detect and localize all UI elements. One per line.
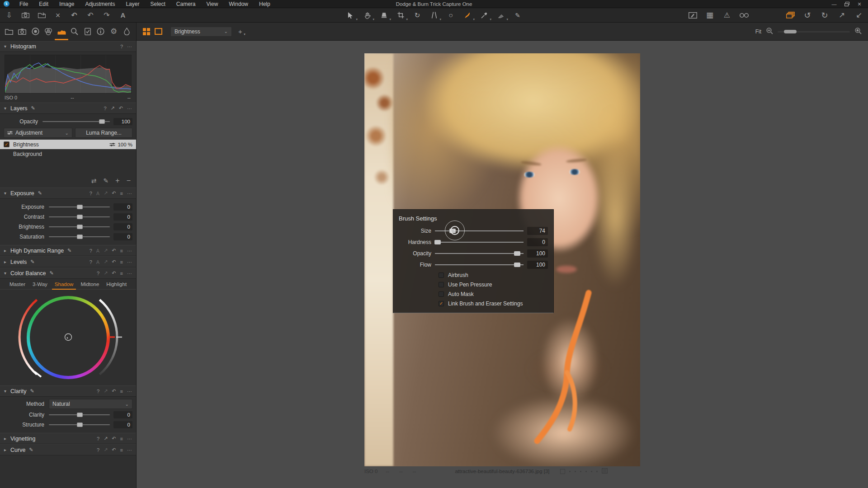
copy-mask-icon[interactable]: ⇄ [91,177,97,184]
slider-thumb[interactable] [77,205,83,209]
brush-icon[interactable]: ✎ [67,248,71,253]
layer-row-brightness[interactable]: ✓ Brightness 100 % [0,140,136,149]
select-tool-icon[interactable]: ▾ [346,10,355,20]
rating-dot[interactable] [575,471,576,472]
import-arrow-icon[interactable]: ↙ [854,10,863,20]
panel-header-layers[interactable]: ▾ Layers ✎ ? ↗ ↶ ··· [0,103,136,114]
tab-shadow[interactable]: Shadow [52,281,76,290]
tab-details-icon[interactable] [69,23,80,40]
slider-thumb[interactable] [514,251,520,256]
pencil-tool-icon[interactable]: ✎ [513,10,522,20]
redo-icon[interactable]: ↷ [102,10,111,20]
expand-icon[interactable]: ↗ [104,447,108,453]
link-brush-eraser-checkbox[interactable]: ✓ [439,301,444,306]
chevron-right-icon[interactable]: ▸ [4,447,10,452]
chevron-right-icon[interactable]: ▸ [4,436,10,441]
zoom-fit-label[interactable]: Fit [755,28,761,35]
export-arrow-icon[interactable]: ↗ [837,10,846,20]
brush-mask-icon[interactable]: ✎ [104,177,109,184]
layer-row-background[interactable]: Background [0,149,136,159]
brush-icon[interactable]: ✎ [38,190,42,196]
luma-range-button[interactable]: Luma Range... [75,128,132,138]
brush-icon[interactable]: ✎ [30,259,34,265]
panel-header-color-balance[interactable]: ▾ Color Balance ✎ ? ↗ ↶ ≡ ··· [0,267,136,279]
rating-dot[interactable] [596,471,598,472]
draw-mask-tool-icon[interactable]: ▾ [463,10,472,20]
brush-icon[interactable]: ✎ [31,105,35,111]
minimize-button[interactable]: — [828,0,840,8]
color-tag-icon[interactable] [560,469,565,474]
layer-enabled-checkbox[interactable]: ✓ [4,141,9,147]
erase-mask-tool-icon[interactable]: ▾ [496,10,505,20]
brush-icon[interactable]: ✎ [30,388,34,394]
expand-icon[interactable]: ↗ [104,190,108,196]
brush-flow-slider[interactable] [435,262,524,268]
loupe-tool-icon[interactable]: ▾ [379,10,388,20]
reset-adjustments-icon[interactable]: ↶ [70,10,79,20]
more-icon[interactable]: ··· [127,271,132,276]
zoom-out-icon[interactable] [766,27,773,36]
slider-thumb[interactable] [77,225,83,229]
tab-library-icon[interactable] [3,23,15,40]
add-layer-icon[interactable]: + [115,177,119,185]
menu-view[interactable]: View [201,0,224,8]
reset-icon[interactable]: ↶ [112,270,116,276]
rating-dot[interactable] [569,471,571,472]
chevron-right-icon[interactable]: ▸ [4,248,10,253]
panel-header-exposure[interactable]: ▾ Exposure ✎ ? A ↗ ↶ ≡ ··· [0,188,136,199]
brush-hardness-slider[interactable] [435,239,524,245]
menu-camera[interactable]: Camera [171,0,201,8]
keystone-tool-icon[interactable]: ▾ [429,10,439,20]
chevron-down-icon[interactable]: ▾ [4,44,10,49]
opacity-slider[interactable] [42,118,110,125]
reset-icon[interactable]: ↶ [119,105,123,111]
remove-layer-icon[interactable]: − [127,177,131,185]
help-icon[interactable]: ? [97,271,99,276]
saturation-slider[interactable] [49,234,110,240]
expand-icon[interactable]: ↗ [104,248,108,253]
panel-header-vignetting[interactable]: ▸ Vignetting ? ↗ ↶ ≡ ··· [0,433,136,444]
chevron-right-icon[interactable]: ▸ [4,259,10,264]
menu-adjustments[interactable]: Adjustments [80,0,120,8]
tab-exposure-icon[interactable] [56,23,67,40]
brush-icon[interactable]: ✎ [50,270,54,276]
help-icon[interactable]: ? [120,44,123,49]
airbrush-checkbox[interactable] [439,272,444,278]
multi-view-icon[interactable] [143,28,150,35]
opacity-slider-thumb[interactable] [99,119,105,124]
rating-dot[interactable] [591,471,592,472]
panel-header-curve[interactable]: ▸ Curve ✎ ? ↗ ↶ ≡ ··· [0,444,136,455]
reset-icon[interactable]: ↶ [112,388,116,394]
help-icon[interactable]: ? [90,191,92,196]
slider-value[interactable]: 100 [527,261,548,269]
preset-menu-icon[interactable]: ≡ [120,389,123,394]
tab-lens-icon[interactable] [29,23,41,40]
chevron-down-icon[interactable]: ▾ [4,191,10,196]
help-icon[interactable]: ? [104,106,106,111]
help-icon[interactable]: ? [97,389,99,394]
tab-midtone[interactable]: Midtone [78,281,102,290]
help-icon[interactable]: ? [90,259,92,265]
rotate-right-icon[interactable]: ↻ [820,10,829,20]
menu-layer[interactable]: Layer [120,0,145,8]
expand-icon[interactable]: ↗ [104,270,108,276]
reset-icon[interactable]: ↶ [112,436,116,441]
slider-value[interactable]: 0 [113,203,132,211]
info-list-icon[interactable] [602,468,608,474]
reset-icon[interactable]: ↶ [112,447,116,453]
rating-dot[interactable] [585,471,587,472]
expand-icon[interactable]: ↗ [104,388,108,394]
exposure-slider[interactable] [49,204,110,210]
add-proof-icon[interactable]: +▾ [238,28,242,35]
menu-help[interactable]: Help [254,0,276,8]
restore-button[interactable] [841,0,853,8]
chevron-down-icon[interactable]: ▾ [4,271,10,276]
panel-header-histogram[interactable]: ▾ Histogram ? ··· [0,41,136,52]
more-icon[interactable]: ··· [127,44,132,49]
slider-value[interactable]: 0 [113,411,132,418]
contrast-slider[interactable] [49,214,110,220]
layer-type-dropdown[interactable]: Adjustment ⌄ [4,128,72,138]
more-icon[interactable]: ··· [127,191,132,196]
more-icon[interactable]: ··· [127,447,132,453]
more-icon[interactable]: ··· [127,389,132,394]
